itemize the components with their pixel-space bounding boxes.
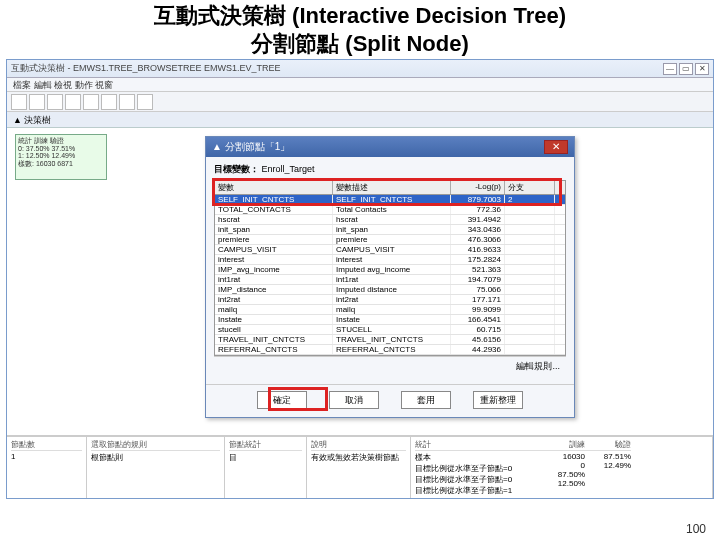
cell: 60.715 — [451, 325, 505, 334]
stat-row-label: 目標比例從水準至子節點=1 — [415, 485, 535, 496]
stat-value: 87.51% — [585, 452, 631, 461]
cell: CAMPUS_VISIT — [333, 245, 451, 254]
table-row[interactable]: init_spaninit_span343.0436 — [215, 225, 565, 235]
apply-button[interactable]: 套用 — [401, 391, 451, 409]
stat-row-label: 目標比例從水準至子節點=0 — [415, 474, 535, 485]
tool-icon[interactable] — [29, 94, 45, 110]
table-row[interactable]: CAMPUS_VISITCAMPUS_VISIT416.9633 — [215, 245, 565, 255]
cell: Instate — [333, 315, 451, 324]
table-row[interactable]: REFERRAL_CNTCTSREFERRAL_CNTCTS44.2936 — [215, 345, 565, 355]
cell — [505, 315, 555, 324]
dialog-titlebar: ▲ 分割節點「1」 ✕ — [206, 137, 574, 157]
table-row[interactable]: premierepremiere476.3066 — [215, 235, 565, 245]
inner-window-tab[interactable]: ▲ 決策樹 — [7, 112, 713, 128]
cell: interest — [215, 255, 333, 264]
table-row[interactable]: int2ratint2rat177.171 — [215, 295, 565, 305]
titlebar: 互動式決策樹 - EMWS1.TREE_BROWSETREE EMWS1.EV_… — [7, 60, 713, 78]
table-row[interactable]: TRAVEL_INIT_CNTCTSTRAVEL_INIT_CNTCTS45.6… — [215, 335, 565, 345]
cell: hscrat — [333, 215, 451, 224]
table-row[interactable]: SELF_INIT_CNTCTSSELF_INIT_CNTCTS879.7003… — [215, 195, 565, 205]
cell: IMP_distance — [215, 285, 333, 294]
table-row[interactable]: interestinterest175.2824 — [215, 255, 565, 265]
cell: mailq — [215, 305, 333, 314]
tool-icon[interactable] — [119, 94, 135, 110]
cell: int2rat — [215, 295, 333, 304]
tool-icon[interactable] — [137, 94, 153, 110]
ok-button[interactable]: 確定 — [257, 391, 307, 409]
cell: 879.7003 — [451, 195, 505, 204]
cell: 521.363 — [451, 265, 505, 274]
maximize-button[interactable]: ▭ — [679, 63, 693, 75]
stat-value: 12.50% — [535, 479, 585, 488]
cell — [505, 295, 555, 304]
table-row[interactable]: TOTAL_CONTACTSTotal Contacts772.36 — [215, 205, 565, 215]
close-button[interactable]: ✕ — [695, 63, 709, 75]
tool-icon[interactable] — [101, 94, 117, 110]
cell: stucell — [215, 325, 333, 334]
col-branch[interactable]: 分支 — [505, 181, 555, 194]
menubar[interactable]: 檔案 編輯 檢視 動作 視窗 — [7, 78, 713, 92]
cell: TOTAL_CONTACTS — [215, 205, 333, 214]
stat-value: 16030 — [535, 452, 585, 461]
root-node[interactable]: 統計 訓練 驗證 0: 37.50% 37.51% 1: 12.50% 12.4… — [15, 134, 107, 180]
cell: SELF_INIT_CNTCTS — [215, 195, 333, 204]
tool-icon[interactable] — [83, 94, 99, 110]
table-row[interactable]: int1ratint1rat194.7079 — [215, 275, 565, 285]
cell: premiere — [215, 235, 333, 244]
table-row[interactable]: IMP_distanceImputed distance75.066 — [215, 285, 565, 295]
status-header: 統計 — [415, 439, 535, 451]
status-header: 驗證 — [585, 439, 631, 451]
stat-value: 0 — [535, 461, 585, 470]
reset-button[interactable]: 重新整理 — [473, 391, 523, 409]
tool-icon[interactable] — [65, 94, 81, 110]
col-description[interactable]: 變數描述 — [333, 181, 451, 194]
cell: REFERRAL_CNTCTS — [333, 345, 451, 354]
dialog-close-button[interactable]: ✕ — [544, 140, 568, 154]
stat-value: 87.50% — [535, 470, 585, 479]
status-value: 1 — [11, 452, 82, 461]
edit-rule-button[interactable]: 編輯規則... — [516, 361, 560, 371]
table-row[interactable]: mailqmailq99.9099 — [215, 305, 565, 315]
stat-row-label: 目標比例從水準至子節點=0 — [415, 463, 535, 474]
target-value: Enroll_Target — [262, 164, 315, 174]
cell: Total Contacts — [333, 205, 451, 214]
tool-icon[interactable] — [11, 94, 27, 110]
cell: CAMPUS_VISIT — [215, 245, 333, 254]
cell — [505, 345, 555, 354]
cell: int1rat — [215, 275, 333, 284]
cell: 45.6156 — [451, 335, 505, 344]
stat-row-label: 樣本 — [415, 452, 535, 463]
col-logp[interactable]: -Log(p) — [451, 181, 505, 194]
tool-icon[interactable] — [47, 94, 63, 110]
grid-body[interactable]: SELF_INIT_CNTCTSSELF_INIT_CNTCTS879.7003… — [214, 195, 566, 356]
table-row[interactable]: hscrathscrat391.4942 — [215, 215, 565, 225]
tree-canvas[interactable]: 統計 訓練 驗證 0: 37.50% 37.51% 1: 12.50% 12.4… — [7, 128, 713, 436]
cancel-button[interactable]: 取消 — [329, 391, 379, 409]
cell — [505, 265, 555, 274]
cell — [505, 305, 555, 314]
table-row[interactable]: stucellSTUCELL60.715 — [215, 325, 565, 335]
cell: Instate — [215, 315, 333, 324]
cell — [505, 245, 555, 254]
cell: mailq — [333, 305, 451, 314]
cell: Imputed avg_income — [333, 265, 451, 274]
cell: 416.9633 — [451, 245, 505, 254]
cell: IMP_avg_income — [215, 265, 333, 274]
app-title: 互動式決策樹 - EMWS1.TREE_BROWSETREE EMWS1.EV_… — [11, 62, 281, 75]
cell: int2rat — [333, 295, 451, 304]
minimize-button[interactable]: — — [663, 63, 677, 75]
table-row[interactable]: InstateInstate166.4541 — [215, 315, 565, 325]
slide-subtitle: 分割節點 (Split Node) — [0, 30, 720, 58]
table-row[interactable]: IMP_avg_incomeImputed avg_income521.363 — [215, 265, 565, 275]
col-variable[interactable]: 變數 — [215, 181, 333, 194]
cell: interest — [333, 255, 451, 264]
cell: init_span — [333, 225, 451, 234]
cell: premiere — [333, 235, 451, 244]
slide-title: 互動式決策樹 (Interactive Decision Tree) — [0, 2, 720, 30]
status-value: 有效或無效若決策樹節點 — [311, 452, 406, 463]
cell — [505, 325, 555, 334]
cell: 99.9099 — [451, 305, 505, 314]
cell — [505, 225, 555, 234]
cell — [505, 285, 555, 294]
node-stat-line: 統計 訓練 驗證 — [18, 137, 104, 145]
